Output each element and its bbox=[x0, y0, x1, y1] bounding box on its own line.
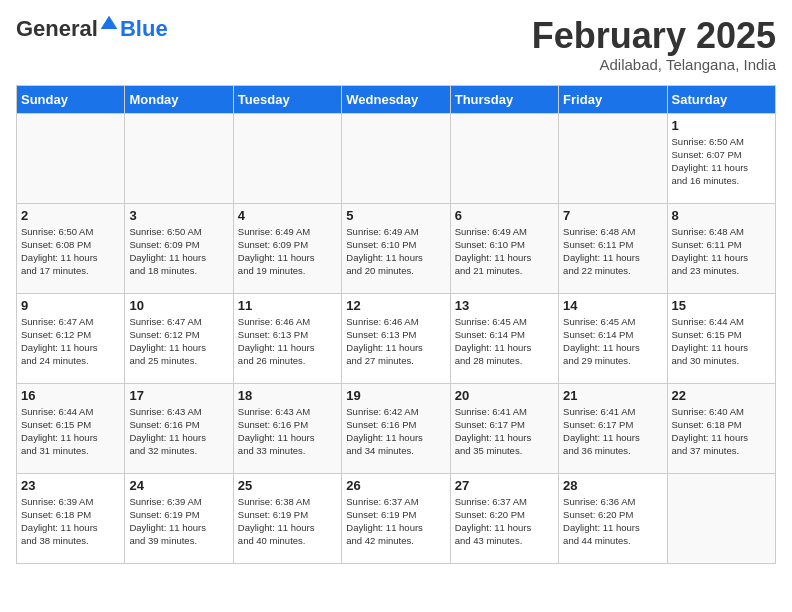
svg-marker-0 bbox=[101, 16, 118, 29]
col-tuesday: Tuesday bbox=[233, 85, 341, 113]
col-monday: Monday bbox=[125, 85, 233, 113]
day-info: Sunrise: 6:43 AM Sunset: 6:16 PM Dayligh… bbox=[238, 405, 337, 458]
table-row bbox=[559, 113, 667, 203]
calendar-row: 2Sunrise: 6:50 AM Sunset: 6:08 PM Daylig… bbox=[17, 203, 776, 293]
calendar-table: Sunday Monday Tuesday Wednesday Thursday… bbox=[16, 85, 776, 564]
day-info: Sunrise: 6:42 AM Sunset: 6:16 PM Dayligh… bbox=[346, 405, 445, 458]
table-row: 8Sunrise: 6:48 AM Sunset: 6:11 PM Daylig… bbox=[667, 203, 775, 293]
table-row: 28Sunrise: 6:36 AM Sunset: 6:20 PM Dayli… bbox=[559, 473, 667, 563]
day-number: 11 bbox=[238, 298, 337, 313]
col-saturday: Saturday bbox=[667, 85, 775, 113]
table-row: 3Sunrise: 6:50 AM Sunset: 6:09 PM Daylig… bbox=[125, 203, 233, 293]
table-row bbox=[17, 113, 125, 203]
logo: General Blue bbox=[16, 16, 168, 42]
day-number: 19 bbox=[346, 388, 445, 403]
day-info: Sunrise: 6:37 AM Sunset: 6:19 PM Dayligh… bbox=[346, 495, 445, 548]
table-row: 9Sunrise: 6:47 AM Sunset: 6:12 PM Daylig… bbox=[17, 293, 125, 383]
col-friday: Friday bbox=[559, 85, 667, 113]
table-row bbox=[667, 473, 775, 563]
day-info: Sunrise: 6:45 AM Sunset: 6:14 PM Dayligh… bbox=[455, 315, 554, 368]
day-number: 22 bbox=[672, 388, 771, 403]
day-number: 26 bbox=[346, 478, 445, 493]
table-row bbox=[233, 113, 341, 203]
table-row: 12Sunrise: 6:46 AM Sunset: 6:13 PM Dayli… bbox=[342, 293, 450, 383]
table-row: 14Sunrise: 6:45 AM Sunset: 6:14 PM Dayli… bbox=[559, 293, 667, 383]
day-info: Sunrise: 6:39 AM Sunset: 6:19 PM Dayligh… bbox=[129, 495, 228, 548]
logo-blue: Blue bbox=[120, 16, 168, 41]
title-block: February 2025 Adilabad, Telangana, India bbox=[532, 16, 776, 73]
table-row: 22Sunrise: 6:40 AM Sunset: 6:18 PM Dayli… bbox=[667, 383, 775, 473]
table-row bbox=[342, 113, 450, 203]
table-row: 13Sunrise: 6:45 AM Sunset: 6:14 PM Dayli… bbox=[450, 293, 558, 383]
day-info: Sunrise: 6:50 AM Sunset: 6:08 PM Dayligh… bbox=[21, 225, 120, 278]
page-container: General Blue February 2025 Adilabad, Tel… bbox=[0, 0, 792, 572]
table-row: 21Sunrise: 6:41 AM Sunset: 6:17 PM Dayli… bbox=[559, 383, 667, 473]
logo-icon bbox=[99, 14, 119, 34]
calendar-row: 9Sunrise: 6:47 AM Sunset: 6:12 PM Daylig… bbox=[17, 293, 776, 383]
day-info: Sunrise: 6:40 AM Sunset: 6:18 PM Dayligh… bbox=[672, 405, 771, 458]
col-thursday: Thursday bbox=[450, 85, 558, 113]
day-info: Sunrise: 6:41 AM Sunset: 6:17 PM Dayligh… bbox=[455, 405, 554, 458]
day-info: Sunrise: 6:41 AM Sunset: 6:17 PM Dayligh… bbox=[563, 405, 662, 458]
day-number: 18 bbox=[238, 388, 337, 403]
header: General Blue February 2025 Adilabad, Tel… bbox=[16, 16, 776, 73]
table-row bbox=[450, 113, 558, 203]
day-number: 12 bbox=[346, 298, 445, 313]
table-row: 6Sunrise: 6:49 AM Sunset: 6:10 PM Daylig… bbox=[450, 203, 558, 293]
table-row: 7Sunrise: 6:48 AM Sunset: 6:11 PM Daylig… bbox=[559, 203, 667, 293]
table-row: 5Sunrise: 6:49 AM Sunset: 6:10 PM Daylig… bbox=[342, 203, 450, 293]
calendar-row: 1Sunrise: 6:50 AM Sunset: 6:07 PM Daylig… bbox=[17, 113, 776, 203]
day-info: Sunrise: 6:46 AM Sunset: 6:13 PM Dayligh… bbox=[346, 315, 445, 368]
table-row: 16Sunrise: 6:44 AM Sunset: 6:15 PM Dayli… bbox=[17, 383, 125, 473]
day-number: 9 bbox=[21, 298, 120, 313]
day-number: 10 bbox=[129, 298, 228, 313]
day-info: Sunrise: 6:39 AM Sunset: 6:18 PM Dayligh… bbox=[21, 495, 120, 548]
day-number: 28 bbox=[563, 478, 662, 493]
table-row: 27Sunrise: 6:37 AM Sunset: 6:20 PM Dayli… bbox=[450, 473, 558, 563]
table-row: 15Sunrise: 6:44 AM Sunset: 6:15 PM Dayli… bbox=[667, 293, 775, 383]
day-number: 21 bbox=[563, 388, 662, 403]
table-row: 26Sunrise: 6:37 AM Sunset: 6:19 PM Dayli… bbox=[342, 473, 450, 563]
day-info: Sunrise: 6:49 AM Sunset: 6:10 PM Dayligh… bbox=[455, 225, 554, 278]
day-number: 23 bbox=[21, 478, 120, 493]
day-number: 6 bbox=[455, 208, 554, 223]
day-info: Sunrise: 6:50 AM Sunset: 6:09 PM Dayligh… bbox=[129, 225, 228, 278]
calendar-row: 16Sunrise: 6:44 AM Sunset: 6:15 PM Dayli… bbox=[17, 383, 776, 473]
day-info: Sunrise: 6:49 AM Sunset: 6:10 PM Dayligh… bbox=[346, 225, 445, 278]
table-row: 4Sunrise: 6:49 AM Sunset: 6:09 PM Daylig… bbox=[233, 203, 341, 293]
table-row: 1Sunrise: 6:50 AM Sunset: 6:07 PM Daylig… bbox=[667, 113, 775, 203]
day-info: Sunrise: 6:36 AM Sunset: 6:20 PM Dayligh… bbox=[563, 495, 662, 548]
day-info: Sunrise: 6:45 AM Sunset: 6:14 PM Dayligh… bbox=[563, 315, 662, 368]
day-number: 20 bbox=[455, 388, 554, 403]
day-number: 27 bbox=[455, 478, 554, 493]
table-row: 2Sunrise: 6:50 AM Sunset: 6:08 PM Daylig… bbox=[17, 203, 125, 293]
table-row: 20Sunrise: 6:41 AM Sunset: 6:17 PM Dayli… bbox=[450, 383, 558, 473]
day-info: Sunrise: 6:48 AM Sunset: 6:11 PM Dayligh… bbox=[563, 225, 662, 278]
day-number: 14 bbox=[563, 298, 662, 313]
table-row bbox=[125, 113, 233, 203]
day-info: Sunrise: 6:44 AM Sunset: 6:15 PM Dayligh… bbox=[21, 405, 120, 458]
day-number: 3 bbox=[129, 208, 228, 223]
day-info: Sunrise: 6:47 AM Sunset: 6:12 PM Dayligh… bbox=[129, 315, 228, 368]
table-row: 25Sunrise: 6:38 AM Sunset: 6:19 PM Dayli… bbox=[233, 473, 341, 563]
col-sunday: Sunday bbox=[17, 85, 125, 113]
day-number: 7 bbox=[563, 208, 662, 223]
day-number: 17 bbox=[129, 388, 228, 403]
day-info: Sunrise: 6:47 AM Sunset: 6:12 PM Dayligh… bbox=[21, 315, 120, 368]
day-number: 4 bbox=[238, 208, 337, 223]
day-info: Sunrise: 6:38 AM Sunset: 6:19 PM Dayligh… bbox=[238, 495, 337, 548]
day-number: 13 bbox=[455, 298, 554, 313]
day-number: 24 bbox=[129, 478, 228, 493]
day-number: 5 bbox=[346, 208, 445, 223]
day-info: Sunrise: 6:48 AM Sunset: 6:11 PM Dayligh… bbox=[672, 225, 771, 278]
table-row: 18Sunrise: 6:43 AM Sunset: 6:16 PM Dayli… bbox=[233, 383, 341, 473]
day-number: 8 bbox=[672, 208, 771, 223]
day-number: 16 bbox=[21, 388, 120, 403]
day-info: Sunrise: 6:43 AM Sunset: 6:16 PM Dayligh… bbox=[129, 405, 228, 458]
month-title: February 2025 bbox=[532, 16, 776, 56]
table-row: 17Sunrise: 6:43 AM Sunset: 6:16 PM Dayli… bbox=[125, 383, 233, 473]
logo-general: General bbox=[16, 16, 98, 42]
day-number: 25 bbox=[238, 478, 337, 493]
day-number: 2 bbox=[21, 208, 120, 223]
day-number: 1 bbox=[672, 118, 771, 133]
